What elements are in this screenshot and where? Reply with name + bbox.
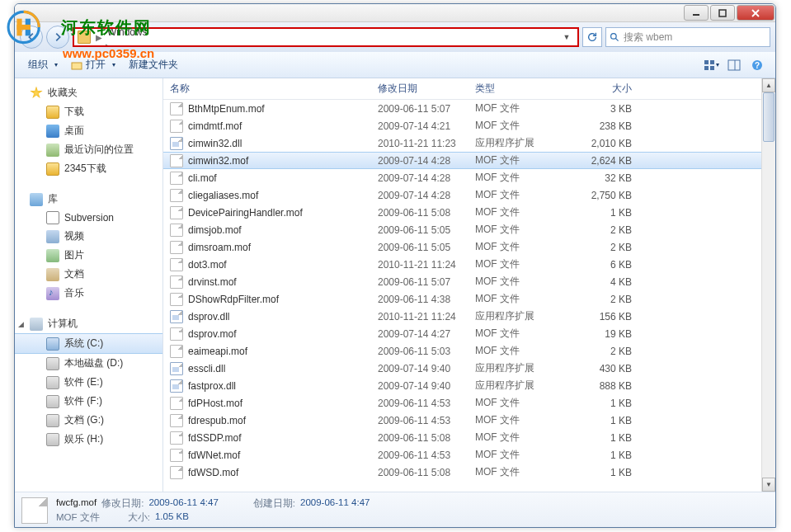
- file-pane: 名称 修改日期 类型 大小 BthMtpEnum.mof2009-06-11 5…: [163, 78, 761, 492]
- chevron-right-icon[interactable]: ▶: [94, 33, 104, 42]
- nav-pictures[interactable]: 图片: [15, 246, 162, 265]
- file-name: dimsjob.mof: [188, 224, 242, 236]
- library-icon: [30, 193, 43, 206]
- nav-libraries-header[interactable]: 库: [15, 190, 162, 209]
- file-type: MOF 文件: [475, 223, 574, 237]
- new-folder-button[interactable]: 新建文件夹: [122, 54, 185, 75]
- file-row[interactable]: BthMtpEnum.mof2009-06-11 5:07MOF 文件3 KB: [163, 100, 761, 117]
- file-name: fastprox.dll: [188, 380, 236, 392]
- refresh-button[interactable]: [582, 27, 602, 47]
- file-row[interactable]: fdWNet.mof2009-06-11 4:53MOF 文件1 KB: [163, 446, 761, 464]
- file-row[interactable]: DShowRdpFilter.mof2009-06-11 4:38MOF 文件2…: [163, 290, 761, 308]
- file-size: 4 KB: [574, 276, 648, 288]
- file-row[interactable]: fdSSDP.mof2009-06-11 5:08MOF 文件1 KB: [163, 429, 761, 446]
- organize-menu[interactable]: 组织: [21, 54, 64, 75]
- view-mode-button[interactable]: ▾: [699, 55, 723, 75]
- file-row[interactable]: DevicePairingHandler.mof2009-06-11 5:08M…: [163, 204, 761, 221]
- nav-drive-c[interactable]: 系统 (C:): [15, 333, 162, 354]
- file-row[interactable]: dot3.mof2010-11-21 11:24MOF 文件6 KB: [163, 256, 761, 273]
- scroll-down-button[interactable]: ▼: [762, 478, 775, 492]
- nav-drive-g[interactable]: 文档 (G:): [15, 411, 162, 430]
- folder-icon: [78, 31, 91, 44]
- nav-2345[interactable]: 2345下载: [15, 159, 162, 178]
- file-row[interactable]: cimwin32.mof2009-07-14 4:28MOF 文件2,624 K…: [163, 152, 761, 169]
- file-row[interactable]: fdWSD.mof2009-06-11 5:08MOF 文件1 KB: [163, 464, 761, 481]
- nav-desktop[interactable]: 桌面: [15, 121, 162, 140]
- file-type: MOF 文件: [475, 188, 574, 202]
- preview-pane-button[interactable]: [723, 55, 746, 75]
- nav-computer-header[interactable]: ◢计算机: [15, 314, 162, 333]
- file-name: fdSSDP.mof: [188, 432, 241, 444]
- column-name[interactable]: 名称: [170, 82, 378, 96]
- nav-music[interactable]: 音乐: [15, 284, 162, 303]
- file-row[interactable]: drvinst.mof2009-06-11 5:07MOF 文件4 KB: [163, 273, 761, 290]
- nav-drive-d[interactable]: 本地磁盘 (D:): [15, 354, 162, 373]
- scroll-up-button[interactable]: ▲: [762, 78, 775, 92]
- help-button[interactable]: ?: [746, 55, 769, 75]
- file-date: 2009-07-14 9:40: [378, 380, 475, 392]
- file-date: 2009-06-11 4:53: [378, 450, 475, 461]
- file-row[interactable]: dimsjob.mof2009-06-11 5:05MOF 文件2 KB: [163, 221, 761, 238]
- nav-subversion[interactable]: Subversion: [15, 209, 162, 227]
- nav-videos[interactable]: 视频: [15, 227, 162, 246]
- file-date: 2009-07-14 4:28: [378, 172, 475, 184]
- column-date[interactable]: 修改日期: [378, 82, 475, 96]
- breadcrumb[interactable]: ▶ 计算机▶系统 (C:)▶Windows▶System32▶wbem▶ ▼: [73, 27, 579, 47]
- scroll-track[interactable]: [762, 92, 775, 478]
- collapse-icon[interactable]: ◢: [18, 320, 26, 328]
- file-icon: [170, 345, 183, 358]
- column-type[interactable]: 类型: [475, 82, 574, 96]
- forward-button[interactable]: [46, 26, 69, 49]
- file-type: MOF 文件: [475, 327, 574, 341]
- file-row[interactable]: cimwin32.dll2010-11-21 11:23应用程序扩展2,010 …: [163, 134, 761, 152]
- scrollbar[interactable]: ▲ ▼: [761, 78, 775, 492]
- file-row[interactable]: cliegaliases.mof2009-07-14 4:28MOF 文件2,7…: [163, 186, 761, 204]
- breadcrumb-dropdown[interactable]: ▼: [559, 33, 574, 41]
- search-placeholder: 搜索 wbem: [624, 31, 672, 45]
- file-icon: [170, 293, 183, 306]
- file-type: 应用程序扩展: [475, 136, 574, 150]
- file-date: 2009-06-11 5:07: [378, 276, 475, 288]
- file-icon: [170, 431, 183, 445]
- file-row[interactable]: fdPHost.mof2009-06-11 4:53MOF 文件1 KB: [163, 394, 761, 412]
- nav-drive-h[interactable]: 娱乐 (H:): [15, 430, 162, 449]
- file-row[interactable]: esscli.dll2009-07-14 9:40应用程序扩展430 KB: [163, 360, 761, 377]
- drive-icon: [46, 414, 59, 427]
- file-row[interactable]: dsprov.dll2010-11-21 11:24应用程序扩展156 KB: [163, 308, 761, 325]
- chevron-right-icon[interactable]: ▶: [104, 42, 114, 47]
- open-menu[interactable]: 打开: [64, 54, 122, 75]
- file-row[interactable]: dsprov.mof2009-07-14 4:27MOF 文件19 KB: [163, 325, 761, 342]
- search-input[interactable]: 搜索 wbem: [605, 27, 770, 47]
- file-row[interactable]: cimdmtf.mof2009-07-14 4:21MOF 文件238 KB: [163, 117, 761, 134]
- close-button[interactable]: [737, 5, 775, 21]
- star-icon: [30, 87, 43, 100]
- nav-drive-e[interactable]: 软件 (E:): [15, 373, 162, 392]
- nav-documents[interactable]: 文档: [15, 265, 162, 284]
- file-row[interactable]: fastprox.dll2009-07-14 9:40应用程序扩展888 KB: [163, 377, 761, 394]
- nav-recent[interactable]: 最近访问的位置: [15, 140, 162, 159]
- file-icon: [170, 241, 183, 254]
- nav-downloads[interactable]: 下载: [15, 102, 162, 121]
- file-size: 888 KB: [574, 380, 648, 392]
- file-icon: [170, 397, 183, 410]
- minimize-button[interactable]: [684, 5, 709, 21]
- file-icon: [170, 362, 183, 375]
- file-row[interactable]: cli.mof2009-07-14 4:28MOF 文件32 KB: [163, 169, 761, 186]
- file-name: fdPHost.mof: [188, 398, 242, 409]
- file-row[interactable]: fdrespub.mof2009-06-11 4:53MOF 文件1 KB: [163, 412, 761, 429]
- maximize-button[interactable]: [710, 5, 735, 21]
- file-row[interactable]: dimsroam.mof2009-06-11 5:05MOF 文件2 KB: [163, 238, 761, 256]
- file-row[interactable]: eaimeapi.mof2009-06-11 5:03MOF 文件2 KB: [163, 342, 761, 360]
- scroll-thumb[interactable]: [763, 92, 775, 142]
- file-size: 32 KB: [574, 172, 648, 184]
- breadcrumb-segment[interactable]: Windows: [104, 27, 154, 38]
- file-name: cimwin32.dll: [188, 138, 242, 149]
- drive-icon: [46, 433, 59, 446]
- file-icon: [170, 137, 183, 150]
- nav-favorites-header[interactable]: 收藏夹: [15, 83, 162, 102]
- nav-drive-f[interactable]: 软件 (F:): [15, 392, 162, 411]
- back-button[interactable]: [20, 26, 43, 49]
- column-size[interactable]: 大小: [574, 82, 648, 96]
- file-type: MOF 文件: [475, 153, 574, 167]
- file-list[interactable]: BthMtpEnum.mof2009-06-11 5:07MOF 文件3 KBc…: [163, 100, 761, 492]
